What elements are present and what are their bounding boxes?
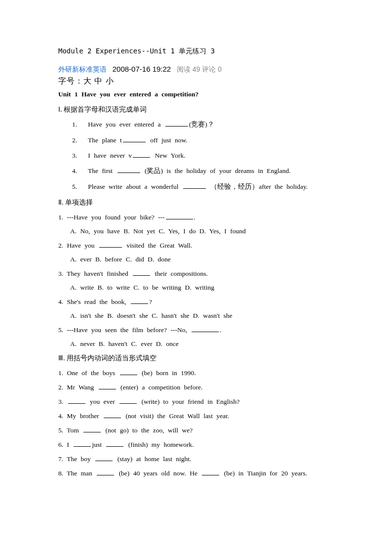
item-number: 5. — [72, 183, 77, 190]
s2-question: 3. They haven't finished their compositi… — [58, 269, 338, 278]
question-text-before: 5. ---Have you seen the film before? ---… — [58, 326, 191, 334]
item-text-before: Please write about a wonderful — [88, 183, 182, 190]
item-text-after: （经验，经历）after the holiday. — [207, 183, 308, 190]
font-size-label: 字号： — [58, 77, 83, 85]
item-text-after: (enter) a competition before. — [117, 384, 203, 391]
question-text-before: 3. They haven't finished — [58, 270, 132, 277]
fill-blank[interactable] — [119, 397, 137, 404]
item-text-after: (be) in Tianjin for 20 years. — [220, 470, 307, 477]
item-text-after: (write) to your friend in English? — [138, 398, 239, 405]
item-text-after: (stay) at home last night. — [114, 455, 191, 463]
fill-blank[interactable] — [68, 397, 85, 404]
fill-blank[interactable] — [99, 241, 122, 248]
fill-blank[interactable] — [120, 369, 137, 375]
font-size-large[interactable]: 大 — [83, 77, 92, 85]
s3-item: 7. The boy (stay) at home last night. — [58, 455, 338, 463]
meta-line: 外研新标准英语 2008-07-16 19:22 阅读 49 评论 0 — [58, 65, 338, 74]
item-number: 1. — [72, 121, 77, 128]
s1-item: 2. The plane t off just now. — [58, 136, 338, 144]
s3-item: 5. Tom (not go) to the zoo, will we? — [58, 426, 338, 434]
question-text-after: their compositions. — [151, 270, 208, 277]
question-text-before: 4. She's read the book, — [58, 298, 130, 305]
item-text-before: 6. I — [58, 441, 73, 448]
item-text-before: 7. The boy — [58, 455, 94, 463]
s3-item: 6. I just (finish) my homework. — [58, 440, 338, 449]
s2-options: A. never B. haven't C. ever D. once — [58, 340, 338, 348]
s3-item: 2. Mr Wang (enter) a competition before. — [58, 383, 338, 391]
module-title: Module 2 Experiences--Unit 1 单元练习 3 — [58, 47, 338, 56]
s2-question: 1. ---Have you found your bike? ---. — [58, 213, 338, 221]
item-text-before: The first — [88, 167, 117, 174]
s3-item: 1. One of the boys (be) born in 1990. — [58, 369, 338, 377]
item-text-after: (be) born in 1990. — [138, 369, 196, 377]
item-text-after: off just now. — [147, 136, 188, 144]
s3-item: 4. My brother (not visit) the Great Wall… — [58, 412, 338, 420]
fill-blank[interactable] — [104, 412, 121, 418]
fill-blank[interactable] — [131, 298, 148, 304]
fill-blank[interactable] — [183, 182, 206, 189]
s1-item: 1. Have you ever entered a (竞赛)？ — [58, 120, 338, 129]
fill-blank[interactable] — [118, 167, 140, 173]
font-size-selector: 字号：大 中 小 — [58, 76, 338, 86]
view-comment-stats: 阅读 49 评论 0 — [177, 65, 222, 73]
s1-item: 5. Please write about a wonderful （经验，经历… — [58, 182, 338, 191]
s2-options: A. ever B. before C. did D. done — [58, 256, 338, 263]
question-text-after: visited the Great Wall. — [123, 242, 192, 249]
fill-blank[interactable] — [123, 136, 146, 142]
item-text-before: 5. Tom — [58, 427, 82, 434]
item-text-after: (finish) my homework. — [124, 441, 194, 448]
fill-blank[interactable] — [74, 440, 91, 447]
item-text-mid: (be) 40 years old now. He — [115, 470, 201, 477]
item-text-before: 8. The man — [58, 470, 96, 477]
item-text-before: Have you ever entered a — [88, 121, 164, 128]
fill-blank[interactable] — [202, 469, 219, 475]
question-text-after: ? — [149, 298, 152, 305]
item-number: 2. — [72, 136, 77, 144]
s2-question: 5. ---Have you seen the film before? ---… — [58, 326, 338, 334]
item-text-before: 3. — [58, 398, 67, 405]
fill-blank[interactable] — [166, 213, 193, 219]
s3-item: 3. you ever (write) to your friend in En… — [58, 397, 338, 406]
section-2-heading: Ⅱ. 单项选择 — [58, 198, 338, 207]
fill-blank[interactable] — [165, 120, 188, 127]
question-text-after: . — [220, 326, 221, 334]
fill-blank[interactable] — [133, 151, 150, 158]
publish-date: 2008-07-16 19:22 — [113, 65, 171, 73]
s3-item: 8. The man (be) 40 years old now. He (be… — [58, 469, 338, 477]
fill-blank[interactable] — [83, 426, 101, 432]
fill-blank[interactable] — [192, 326, 219, 332]
s2-question: 4. She's read the book, ? — [58, 298, 338, 306]
fill-blank[interactable] — [99, 383, 116, 389]
document-page: Module 2 Experiences--Unit 1 单元练习 3 外研新标… — [0, 0, 392, 513]
question-text-before: 1. ---Have you found your bike? --- — [58, 213, 165, 221]
unit-title: Unit 1 Have you ever entered a competiti… — [58, 90, 338, 98]
section-1-heading: Ⅰ. 根据首字母和汉语完成单词 — [58, 105, 338, 114]
item-text-after: (奖品) is the holiday of your dreams in En… — [141, 167, 291, 174]
font-size-medium[interactable]: 中 — [94, 77, 103, 85]
item-text-mid: just — [92, 441, 105, 448]
item-text-before: 2. Mr Wang — [58, 384, 98, 391]
s2-options: A. write B. to write C. to be writing D.… — [58, 284, 338, 292]
item-text-before: 1. One of the boys — [58, 369, 119, 377]
fill-blank[interactable] — [97, 469, 114, 475]
question-text-before: 2. Have you — [58, 242, 98, 249]
source-link[interactable]: 外研新标准英语 — [58, 65, 107, 73]
item-text-before: The plane t — [88, 136, 122, 144]
item-text-mid: you ever — [86, 398, 119, 405]
item-text-after: (not go) to the zoo, will we? — [102, 427, 193, 434]
fill-blank[interactable] — [95, 455, 113, 461]
item-text-before: 4. My brother — [58, 412, 103, 420]
s2-options: A. No, you have B. Not yet C. Yes, I do … — [58, 227, 338, 235]
question-text-after: . — [194, 213, 196, 221]
s1-item: 3. I have never v New York. — [58, 151, 338, 160]
item-text-after: New York. — [151, 152, 186, 159]
font-size-small[interactable]: 小 — [106, 77, 114, 85]
fill-blank[interactable] — [106, 440, 123, 447]
s2-question: 2. Have you visited the Great Wall. — [58, 241, 338, 250]
s2-options: A. isn't she B. doesn't she C. hasn't sh… — [58, 312, 338, 320]
section-3-heading: Ⅲ. 用括号内动词的适当形式填空 — [58, 354, 338, 363]
fill-blank[interactable] — [133, 269, 150, 276]
s1-item: 4. The first (奖品) is the holiday of your… — [58, 167, 338, 175]
item-number: 3. — [72, 152, 77, 159]
item-text-before: I have never v — [88, 152, 132, 159]
